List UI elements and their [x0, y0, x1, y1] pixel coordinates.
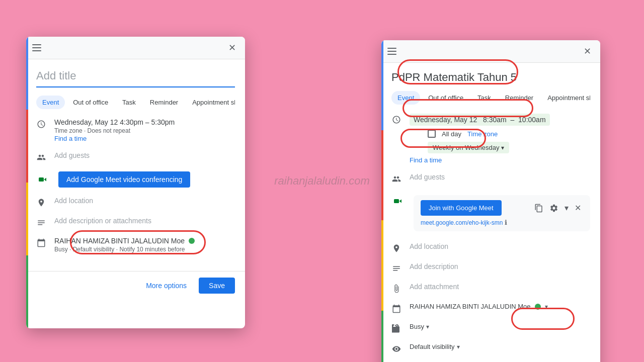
- visibility-icon-right: [391, 344, 401, 354]
- meet-icon-left: [36, 172, 50, 187]
- svg-rect-3: [394, 199, 399, 203]
- join-meet-button[interactable]: Join with Google Meet: [421, 200, 502, 216]
- visibility-dropdown-icon[interactable]: ▾: [457, 343, 460, 350]
- event-title: PdPR Matematik Tahun 5: [391, 71, 590, 84]
- description-icon-left: [36, 218, 46, 228]
- add-location-row-right: Add location: [391, 241, 590, 254]
- title-input[interactable]: [36, 67, 235, 87]
- clock-icon-left: [36, 119, 46, 129]
- tab-reminder-right[interactable]: Reminder: [499, 91, 539, 105]
- calendar-icon-right: [391, 304, 401, 314]
- add-description-row-right: Add description: [391, 261, 590, 275]
- date-highlight[interactable]: Wednesday, May 12 8:30am – 10:00am: [410, 114, 550, 126]
- add-guests-content-left: Add guests: [54, 151, 235, 159]
- people-icon-left: [36, 152, 46, 162]
- add-description-content-left: Add description or attachments: [54, 217, 235, 225]
- meet-section-row: Join with Google Meet ▾ ✕: [391, 192, 590, 234]
- add-meet-button[interactable]: Add Google Meet video conferencing: [58, 171, 190, 188]
- location-icon-right: [391, 243, 401, 253]
- find-time-link-right[interactable]: Find a time: [410, 156, 590, 164]
- add-description-content-right: Add description: [410, 262, 590, 270]
- green-dot-right: [535, 304, 541, 310]
- add-attachment-content-right: Add attachment: [410, 283, 590, 291]
- add-location-row-left: Add location: [36, 196, 235, 209]
- meet-settings-button[interactable]: [547, 202, 560, 215]
- datetime-content-right: Wednesday, May 12 8:30am – 10:00am All d…: [410, 114, 590, 164]
- tab-appointment-right[interactable]: Appointment slots: [541, 91, 590, 105]
- visibility-content-right: Default visibility ▾: [410, 343, 590, 350]
- green-dot-left: [189, 238, 195, 244]
- left-dialog-footer: More options Save: [26, 271, 245, 300]
- find-time-link-left[interactable]: Find a time: [54, 135, 87, 142]
- busy-dropdown-icon[interactable]: ▾: [426, 323, 429, 330]
- meet-section-content: Join with Google Meet ▾ ✕: [414, 193, 590, 233]
- right-header-left: [387, 48, 396, 55]
- meet-expand-button[interactable]: ▾: [562, 201, 571, 215]
- description-icon-right: [391, 263, 401, 274]
- google-color-bar-right: [381, 40, 383, 362]
- save-button-left[interactable]: Save: [199, 278, 235, 294]
- datetime-row-right: Wednesday, May 12 8:30am – 10:00am All d…: [391, 113, 590, 165]
- tab-out-of-office-left[interactable]: Out of office: [67, 96, 114, 109]
- meet-section-box: Join with Google Meet ▾ ✕: [414, 195, 590, 231]
- tab-out-of-office-right[interactable]: Out of office: [422, 91, 469, 105]
- chevron-down-icon: ▾: [501, 144, 504, 151]
- svg-rect-1: [39, 177, 44, 182]
- right-close-button[interactable]: ✕: [580, 44, 594, 58]
- left-dialog-header: ✕: [26, 37, 245, 59]
- clock-icon-right: [391, 115, 401, 125]
- add-location-content-left: Add location: [54, 197, 235, 205]
- date-time-highlight-row: Wednesday, May 12 8:30am – 10:00am: [410, 114, 590, 126]
- right-dialog-body: PdPR Matematik Tahun 5 Event Out of offi…: [381, 63, 600, 362]
- meet-icon-right: [391, 194, 406, 208]
- calendar-content-left: RAIHAN HAMIZA BINTI JALALUDIN Moe Busy ·…: [54, 237, 235, 253]
- left-dialog: ✕ Event Out of office Task Reminder Appo…: [26, 37, 245, 328]
- tab-reminder-left[interactable]: Reminder: [144, 96, 184, 109]
- more-options-button-left[interactable]: More options: [138, 278, 195, 294]
- meet-link: meet.google.com/eho-kijk-smn ℹ: [421, 219, 583, 226]
- info-icon: ℹ: [505, 219, 507, 226]
- busy-row-right: Busy ▾: [391, 322, 590, 335]
- meet-close-button[interactable]: ✕: [573, 201, 583, 215]
- watermark: raihanjalaludin.com: [274, 174, 370, 188]
- tab-appointment-left[interactable]: Appointment slots: [186, 96, 235, 109]
- right-dialog-header: ✕: [381, 40, 600, 63]
- hamburger-icon-right[interactable]: [387, 48, 396, 55]
- calendar-row-left: RAIHAN HAMIZA BINTI JALALUDIN Moe Busy ·…: [36, 236, 235, 254]
- left-dialog-body: Event Out of office Task Reminder Appoin…: [26, 59, 245, 269]
- meet-row-left: Add Google Meet video conferencing: [36, 170, 235, 189]
- add-guests-row-left: Add guests: [36, 150, 235, 163]
- tab-task-left[interactable]: Task: [116, 96, 142, 109]
- meet-btn-wrapper: Add Google Meet video conferencing: [58, 171, 190, 188]
- calendar-icon-left: [36, 238, 46, 248]
- attachment-icon-right: [391, 284, 401, 294]
- add-guests-content-right: Add guests: [410, 173, 590, 181]
- tab-task-right[interactable]: Task: [471, 91, 497, 105]
- add-location-content-right: Add location: [410, 242, 590, 250]
- busy-icon-right: [391, 324, 401, 334]
- right-dialog: ✕ PdPR Matematik Tahun 5 Event Out of of…: [381, 40, 600, 362]
- calendar-content-right: RAIHAN HAMIZA BINTI JALALUDIN Moe ▾: [410, 303, 590, 310]
- add-guests-row-right: Add guests: [391, 172, 590, 185]
- tab-event-right[interactable]: Event: [391, 91, 420, 105]
- left-header-left: [32, 44, 41, 51]
- add-attachment-row-right: Add attachment: [391, 282, 590, 295]
- allday-row: All day Time zone: [428, 130, 590, 138]
- repeat-badge[interactable]: Weekly on Wednesday ▾: [428, 142, 509, 153]
- calendar-row-right: RAIHAN HAMIZA BINTI JALALUDIN Moe ▾: [391, 302, 590, 315]
- visibility-row-right: Default visibility ▾: [391, 342, 590, 355]
- people-icon-right: [391, 174, 401, 184]
- copy-meet-link-button[interactable]: [532, 202, 545, 215]
- google-color-bar: [26, 37, 28, 328]
- tab-event-left[interactable]: Event: [36, 96, 65, 109]
- left-close-button[interactable]: ✕: [225, 41, 239, 55]
- busy-content-right: Busy ▾: [410, 323, 590, 330]
- datetime-content-left: Wednesday, May 12 4:30pm – 5:30pm Time z…: [54, 118, 235, 142]
- location-icon-left: [36, 198, 46, 208]
- add-description-row-left: Add description or attachments: [36, 216, 235, 229]
- calendar-dropdown-icon[interactable]: ▾: [545, 303, 548, 310]
- hamburger-icon[interactable]: [32, 44, 41, 51]
- meet-section-top: Join with Google Meet ▾ ✕: [421, 200, 583, 216]
- meet-actions: ▾ ✕: [532, 201, 583, 215]
- allday-checkbox[interactable]: [428, 130, 436, 138]
